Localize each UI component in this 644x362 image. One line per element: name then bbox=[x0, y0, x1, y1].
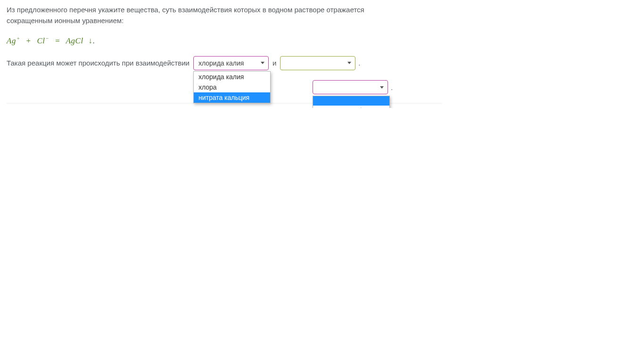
chevron-down-icon bbox=[261, 62, 264, 64]
dropdown-2: нитрата серебра золота оксида азота bbox=[313, 96, 390, 108]
dropdown-2-option[interactable]: нитрата серебра bbox=[313, 106, 389, 108]
eq-period: . bbox=[92, 36, 95, 45]
substance-select-3[interactable] bbox=[313, 80, 388, 94]
conjunction-and: и bbox=[272, 59, 276, 67]
sentence-period-2: . bbox=[391, 83, 393, 91]
select-1-wrap: хлорида калия хлорида калия хлора нитрат… bbox=[193, 56, 269, 70]
sentence-period: . bbox=[358, 59, 360, 67]
answer-row-2: . bbox=[313, 80, 393, 94]
eq-cl: Cl bbox=[37, 36, 45, 45]
eq-equals: = bbox=[55, 36, 60, 45]
select-1-value: хлорида калия bbox=[198, 59, 244, 67]
question-line-1: Из предложенного перечня укажите веществ… bbox=[7, 6, 364, 14]
dropdown-1-option[interactable]: нитрата кальция bbox=[194, 92, 270, 103]
chevron-down-icon bbox=[380, 86, 384, 89]
eq-ag: Ag bbox=[7, 36, 16, 45]
question-prompt: Из предложенного перечня укажите веществ… bbox=[7, 5, 440, 26]
chevron-down-icon bbox=[347, 62, 351, 64]
question-container: Из предложенного перечня укажите веществ… bbox=[7, 5, 637, 103]
dropdown-1-option[interactable]: хлорида калия bbox=[194, 72, 270, 82]
select-3-wrap bbox=[313, 80, 388, 94]
question-line-2: сокращенным ионным уравнением: bbox=[7, 16, 124, 25]
select-2-wrap bbox=[280, 56, 355, 70]
answer-label: Такая реакция может происходить при взаи… bbox=[7, 59, 190, 67]
eq-plus: + bbox=[26, 36, 31, 45]
dropdown-1: хлорида калия хлора нитрата кальция bbox=[193, 71, 271, 103]
dropdown-2-option-blank[interactable] bbox=[313, 96, 389, 106]
substance-select-2[interactable] bbox=[280, 56, 355, 70]
substance-select-1[interactable]: хлорида калия bbox=[193, 56, 269, 70]
eq-cl-charge: − bbox=[45, 35, 49, 41]
dropdown-1-option[interactable]: хлора bbox=[194, 82, 270, 92]
eq-ag-charge: + bbox=[17, 35, 20, 41]
ionic-equation: Ag+ + Cl− = AgCl ↓. bbox=[7, 35, 637, 46]
answer-row-1: Такая реакция может происходить при взаи… bbox=[7, 56, 637, 70]
eq-agcl: AgCl bbox=[66, 36, 83, 45]
